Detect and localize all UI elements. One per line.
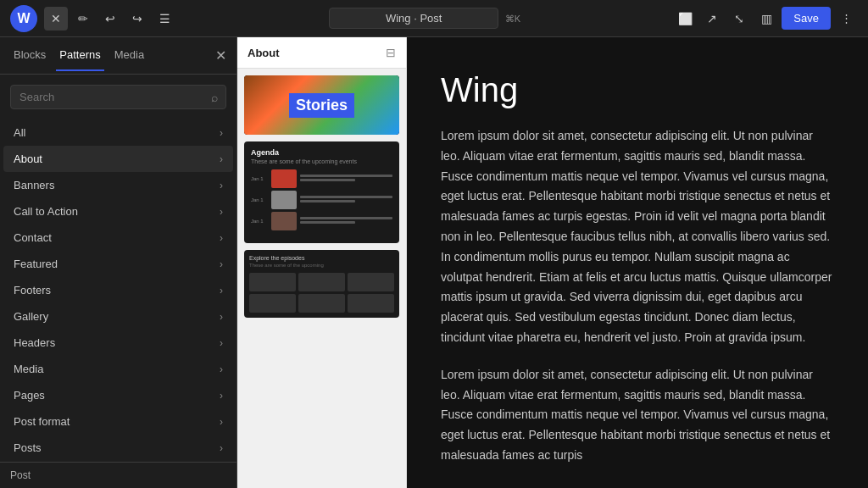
preview-card-stories[interactable]: Stories bbox=[244, 75, 399, 135]
content-paragraph-1: Lorem ipsum dolor sit amet, consectetur … bbox=[441, 126, 834, 348]
tab-blocks[interactable]: Blocks bbox=[10, 40, 49, 71]
search-container: ⌕ bbox=[0, 75, 236, 119]
chevron-icon: › bbox=[220, 311, 223, 323]
agenda-info-line-short bbox=[300, 179, 355, 181]
preview-card-agenda[interactable]: Agenda These are some of the upcoming ev… bbox=[244, 141, 399, 243]
chevron-icon: › bbox=[220, 390, 223, 402]
nav-item-featured[interactable]: Featured › bbox=[3, 251, 233, 277]
chevron-icon: › bbox=[220, 363, 223, 375]
episode-thumb bbox=[348, 294, 394, 313]
nav-item-headers[interactable]: Headers › bbox=[3, 330, 233, 356]
episodes-card: Explore the episodes These are some of t… bbox=[244, 250, 399, 318]
episode-grid bbox=[249, 273, 394, 313]
tab-media[interactable]: Media bbox=[111, 40, 147, 71]
agenda-info bbox=[300, 217, 392, 225]
toolbar: W ✕ ✏ ↩ ↪ ☰ ⌘K ⬜ ↗ ⤡ ▥ Save ⋮ bbox=[0, 0, 868, 37]
agenda-row: Jan 1 bbox=[251, 191, 392, 209]
view-button[interactable]: ⬜ bbox=[673, 7, 697, 30]
episode-thumb bbox=[249, 273, 296, 291]
agenda-thumbnail bbox=[271, 191, 297, 209]
episode-thumb bbox=[249, 294, 296, 313]
right-panel: Wing Lorem ipsum dolor sit amet, consect… bbox=[407, 37, 868, 488]
nav-item-pages[interactable]: Pages › bbox=[3, 382, 233, 408]
agenda-info-line bbox=[300, 175, 392, 177]
agenda-date: Jan 1 bbox=[251, 197, 268, 202]
middle-panel-title: About bbox=[248, 47, 386, 59]
more-menu-button[interactable]: ⋮ bbox=[834, 7, 858, 30]
agenda-thumbnail bbox=[271, 212, 297, 230]
agenda-info-line bbox=[300, 196, 392, 198]
post-title-input[interactable] bbox=[329, 8, 498, 29]
redo-button[interactable]: ↪ bbox=[125, 7, 149, 30]
chevron-icon: › bbox=[220, 153, 223, 165]
middle-panel: About ⊟ Stories Agenda These are some of… bbox=[237, 37, 407, 488]
nav-item-all[interactable]: All › bbox=[3, 119, 233, 146]
wp-logo[interactable]: W bbox=[10, 5, 37, 32]
search-input[interactable] bbox=[10, 85, 226, 109]
panel-close-button[interactable]: ✕ bbox=[215, 47, 226, 64]
search-icon: ⌕ bbox=[211, 91, 218, 104]
stories-label: Stories bbox=[289, 93, 354, 118]
close-button[interactable]: ✕ bbox=[44, 7, 68, 30]
external-link-button[interactable]: ↗ bbox=[700, 7, 724, 30]
nav-item-footers[interactable]: Footers › bbox=[3, 277, 233, 303]
agenda-row: Jan 1 bbox=[251, 212, 392, 230]
list-view-button[interactable]: ☰ bbox=[153, 7, 176, 30]
main-content: Blocks Patterns Media ✕ ⌕ All › About › … bbox=[0, 37, 868, 488]
chevron-icon: › bbox=[220, 337, 223, 349]
chevron-icon: › bbox=[220, 232, 223, 244]
agenda-info-line-short bbox=[300, 221, 355, 224]
nav-item-banners[interactable]: Banners › bbox=[3, 172, 233, 198]
chevron-icon: › bbox=[220, 416, 223, 428]
episodes-subtitle: These are some of the upcoming bbox=[249, 263, 394, 268]
chevron-icon: › bbox=[220, 285, 223, 297]
content-body: Lorem ipsum dolor sit amet, consectetur … bbox=[441, 126, 834, 466]
content-paragraph-2: Lorem ipsum dolor sit amet, consectetur … bbox=[441, 365, 834, 466]
nav-item-posts[interactable]: Posts › bbox=[3, 435, 233, 461]
nav-item-about[interactable]: About › bbox=[3, 146, 233, 172]
nav-list: All › About › Banners › Call to Action ›… bbox=[0, 119, 236, 462]
save-button[interactable]: Save bbox=[782, 7, 831, 30]
panel-tabs: Blocks Patterns Media ✕ bbox=[0, 37, 236, 75]
panels-button[interactable]: ▥ bbox=[754, 7, 778, 30]
agenda-info bbox=[300, 196, 392, 204]
nav-item-call-to-action[interactable]: Call to Action › bbox=[3, 198, 233, 225]
episode-thumb bbox=[298, 273, 345, 291]
agenda-card: Agenda These are some of the upcoming ev… bbox=[244, 141, 399, 243]
toolbar-right: ⬜ ↗ ⤡ ▥ Save ⋮ bbox=[673, 7, 858, 30]
shortcut-hint: ⌘K bbox=[505, 14, 520, 24]
middle-panel-header: About ⊟ bbox=[237, 37, 406, 69]
agenda-info bbox=[300, 175, 392, 183]
left-panel: Blocks Patterns Media ✕ ⌕ All › About › … bbox=[0, 37, 237, 488]
undo-button[interactable]: ↩ bbox=[98, 7, 122, 30]
episode-thumb bbox=[298, 294, 345, 313]
stories-card-bg: Stories bbox=[244, 75, 399, 135]
chevron-icon: › bbox=[220, 180, 223, 191]
content-title: Wing bbox=[441, 71, 834, 109]
episode-thumb bbox=[348, 273, 394, 291]
agenda-subtitle: These are some of the upcoming events bbox=[251, 158, 392, 164]
nav-item-media[interactable]: Media › bbox=[3, 356, 233, 382]
agenda-row: Jan 1 bbox=[251, 169, 392, 188]
nav-item-gallery[interactable]: Gallery › bbox=[3, 303, 233, 330]
agenda-title: Agenda bbox=[251, 148, 392, 157]
agenda-rows: Jan 1 Jan 1 bbox=[251, 169, 392, 230]
tab-patterns[interactable]: Patterns bbox=[56, 40, 103, 71]
filter-icon[interactable]: ⊟ bbox=[386, 46, 396, 59]
agenda-info-line-short bbox=[300, 200, 355, 202]
toolbar-title-area: ⌘K bbox=[180, 8, 670, 29]
preview-list: Stories Agenda These are some of the upc… bbox=[237, 69, 406, 488]
chevron-icon: › bbox=[220, 127, 223, 139]
agenda-info-line bbox=[300, 217, 392, 219]
agenda-date: Jan 1 bbox=[251, 219, 268, 224]
chevron-icon: › bbox=[220, 442, 223, 454]
chevron-icon: › bbox=[220, 258, 223, 270]
agenda-date: Jan 1 bbox=[251, 176, 268, 181]
fullscreen-button[interactable]: ⤡ bbox=[727, 7, 751, 30]
edit-button[interactable]: ✏ bbox=[71, 7, 95, 30]
nav-item-contact[interactable]: Contact › bbox=[3, 225, 233, 251]
preview-card-episodes[interactable]: Explore the episodes These are some of t… bbox=[244, 250, 399, 318]
episodes-title: Explore the episodes bbox=[249, 255, 394, 261]
agenda-thumbnail bbox=[271, 169, 297, 188]
nav-item-post-format[interactable]: Post format › bbox=[3, 408, 233, 435]
